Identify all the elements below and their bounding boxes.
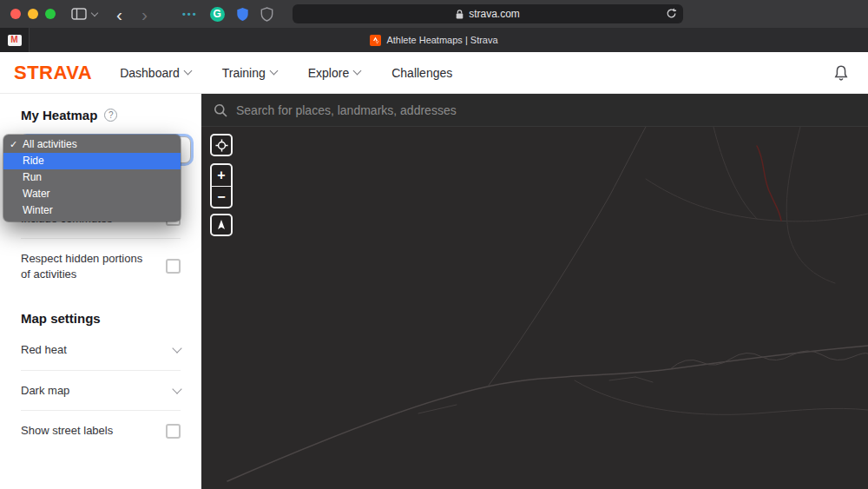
- dropdown-option-winter[interactable]: Winter: [3, 202, 181, 219]
- map-style-select[interactable]: Dark map: [21, 371, 181, 412]
- search-icon: [214, 103, 227, 117]
- chevron-down-icon: [172, 384, 181, 393]
- tab-title: Athlete Heatmaps | Strava: [386, 35, 497, 45]
- main-nav: Dashboard Training Explore Challenges: [120, 66, 452, 80]
- nav-explore-label: Explore: [308, 66, 349, 80]
- chevron-down-icon: [183, 67, 192, 76]
- dropdown-option-all-activities[interactable]: ✓ All activities: [3, 136, 181, 153]
- activity-type-dropdown-menu: ✓ All activities Ride Run Water Winter: [3, 135, 181, 221]
- nav-dashboard-label: Dashboard: [120, 66, 180, 80]
- chevron-down-icon: [269, 67, 278, 76]
- map-style-value: Dark map: [21, 383, 69, 399]
- nav-challenges-label: Challenges: [391, 66, 452, 80]
- dropdown-option-label: All activities: [23, 138, 77, 150]
- reload-icon[interactable]: [666, 8, 677, 22]
- option-label: Show street labels: [21, 423, 113, 439]
- option-row-street-labels: Show street labels: [21, 411, 181, 451]
- hidden-portions-checkbox[interactable]: [166, 259, 181, 274]
- heatmap-sidebar: My Heatmap ? ✓ All activities Ride Run W…: [0, 94, 201, 489]
- extensions-overflow-icon[interactable]: •••: [182, 9, 198, 19]
- dropdown-option-run[interactable]: Run: [3, 169, 181, 186]
- street-labels-checkbox[interactable]: [166, 424, 181, 439]
- chevron-down-icon: [172, 343, 181, 353]
- map-search-input[interactable]: [236, 103, 856, 117]
- minimize-window-button[interactable]: [28, 9, 38, 19]
- dropdown-option-ride[interactable]: Ride: [3, 153, 181, 169]
- pinned-tab-gmail[interactable]: M: [0, 28, 30, 52]
- dropdown-option-label: Water: [23, 188, 50, 200]
- tab-overview-caret-icon[interactable]: [91, 10, 98, 17]
- nav-training[interactable]: Training: [222, 66, 277, 80]
- page-content: My Heatmap ? ✓ All activities Ride Run W…: [0, 94, 868, 489]
- lock-icon: [456, 10, 464, 19]
- notifications-bell-icon[interactable]: [833, 64, 849, 82]
- zoom-in-button[interactable]: +: [212, 165, 231, 186]
- privacy-shield-icon[interactable]: [260, 7, 273, 22]
- browser-toolbar: ‹ › ••• G strava.com: [0, 0, 868, 28]
- grammarly-extension-icon[interactable]: G: [210, 7, 225, 22]
- option-label: Respect hidden portions of activities: [21, 251, 151, 281]
- nav-dashboard[interactable]: Dashboard: [120, 66, 191, 80]
- zoom-controls: + −: [210, 163, 233, 208]
- compass-reset-button[interactable]: [210, 214, 233, 236]
- chevron-down-icon: [353, 67, 362, 76]
- url-text: strava.com: [469, 8, 520, 20]
- map-roads: [201, 127, 868, 489]
- strava-logo[interactable]: STRAVA: [14, 62, 92, 84]
- blocker-shield-icon[interactable]: [236, 7, 249, 22]
- window-controls: [10, 9, 56, 19]
- sidebar-title: My Heatmap: [21, 108, 97, 122]
- nav-training-label: Training: [222, 66, 266, 80]
- strava-header: STRAVA Dashboard Training Explore Challe…: [0, 52, 868, 94]
- back-button[interactable]: ‹: [116, 5, 122, 23]
- dropdown-option-label: Ride: [23, 155, 44, 167]
- map-settings-title: Map settings: [21, 311, 181, 327]
- zoom-out-button[interactable]: −: [212, 186, 231, 207]
- map-region: + −: [201, 94, 868, 489]
- nav-challenges[interactable]: Challenges: [391, 66, 452, 80]
- heatmap-canvas[interactable]: + −: [201, 127, 868, 489]
- option-row-hidden-portions: Respect hidden portions of activities: [21, 239, 181, 294]
- screen: ‹ › ••• G strava.com Athlete Heatmaps | …: [0, 0, 868, 489]
- forward-button[interactable]: ›: [141, 5, 148, 23]
- heat-color-value: Red heat: [21, 342, 67, 358]
- locate-me-button[interactable]: [210, 134, 233, 156]
- strava-favicon: [370, 35, 381, 46]
- dropdown-option-label: Winter: [23, 204, 53, 216]
- dropdown-option-label: Run: [23, 171, 42, 183]
- heat-color-select[interactable]: Red heat: [21, 330, 181, 371]
- address-bar[interactable]: strava.com: [293, 4, 683, 23]
- close-window-button[interactable]: [10, 9, 21, 19]
- dropdown-option-water[interactable]: Water: [3, 186, 181, 202]
- nav-explore[interactable]: Explore: [308, 66, 360, 80]
- check-icon: ✓: [10, 136, 17, 153]
- sidebar-toggle-icon[interactable]: [71, 8, 87, 20]
- help-icon[interactable]: ?: [104, 109, 117, 122]
- active-tab[interactable]: Athlete Heatmaps | Strava: [0, 28, 868, 52]
- tab-strip: Athlete Heatmaps | Strava M: [0, 28, 868, 52]
- gmail-icon: M: [8, 35, 22, 46]
- zoom-window-button[interactable]: [45, 9, 56, 19]
- map-search-bar: [201, 94, 868, 127]
